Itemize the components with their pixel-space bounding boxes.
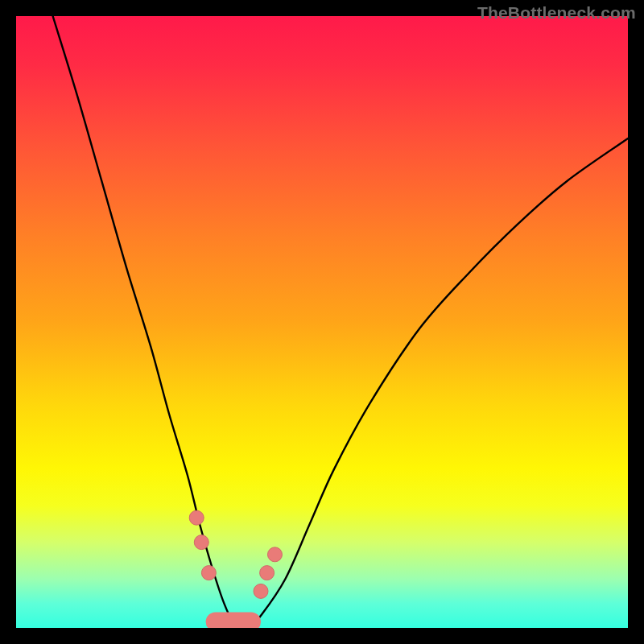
plot-area	[16, 16, 628, 628]
curve-marker-0	[189, 510, 204, 525]
curve-marker-4	[260, 566, 275, 580]
curve-layer	[53, 16, 628, 628]
trough-blob	[206, 612, 261, 628]
bottleneck-curve	[53, 16, 628, 628]
curve-marker-1	[194, 535, 208, 550]
curve-marker-5	[267, 547, 282, 562]
chart-frame: TheBottleneck.com	[0, 0, 644, 644]
curve-marker-2	[201, 566, 216, 580]
watermark-text: TheBottleneck.com	[477, 3, 636, 23]
bottom-blob	[206, 612, 261, 628]
curve-markers	[189, 510, 282, 598]
bottleneck-curve-svg	[16, 16, 628, 628]
curve-marker-3	[254, 584, 268, 598]
